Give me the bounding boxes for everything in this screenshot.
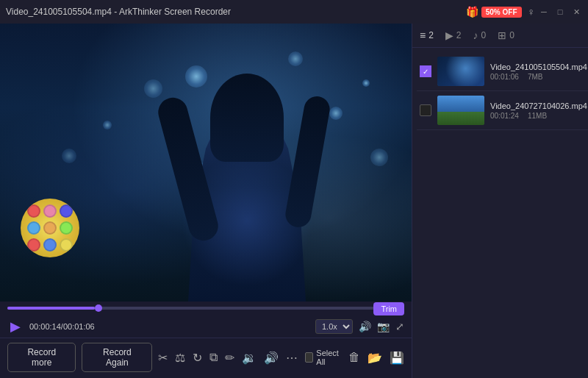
maximize-button[interactable]: □ (554, 6, 566, 18)
item-meta-1: 00:01:06 7MB (490, 73, 587, 81)
item-checkbox-2[interactable] (420, 104, 431, 116)
panel-tabs: ≡ 2 ▶ 2 ♪ 0 ⊞ 0 (412, 24, 588, 48)
play-button[interactable]: ▶ (7, 318, 24, 335)
bell-icon[interactable]: 🎁 (466, 6, 478, 18)
character-figure (144, 66, 350, 302)
pop-bubble (27, 238, 40, 252)
progress-track[interactable] (7, 307, 404, 310)
volume-icon[interactable]: 🔊 (359, 321, 371, 332)
camera-icon[interactable]: 📷 (377, 321, 390, 332)
audio-count: 0 (481, 30, 487, 40)
audio-up-icon[interactable]: 🔊 (264, 351, 279, 365)
trim-button[interactable]: Trim (373, 302, 404, 315)
select-all-area[interactable]: Select All (305, 349, 341, 366)
pop-bubble (43, 204, 57, 218)
image-icon: ⊞ (498, 29, 506, 41)
image-count: 0 (509, 30, 514, 40)
time-display: 00:00:14/00:01:06 (29, 322, 95, 331)
scissors-icon[interactable]: ✂ (158, 351, 168, 365)
progress-bar-area[interactable]: Trim (7, 307, 404, 311)
select-all-label: Select All (316, 349, 341, 366)
thumb-anime (437, 57, 484, 86)
speed-selector[interactable]: 1.0x 0.5x 1.5x 2.0x (315, 319, 353, 334)
list-item[interactable]: ✓ Video_241005105504.mp4 00:01:06 7MB (417, 52, 588, 91)
progress-thumb[interactable] (95, 304, 102, 312)
time-current: 00:00:14 (29, 322, 61, 331)
item-info-1: Video_241005105504.mp4 00:01:06 7MB (490, 63, 587, 81)
time-total: 00:01:06 (63, 322, 95, 331)
right-panel: ≡ 2 ▶ 2 ♪ 0 ⊞ 0 ✓ (412, 24, 588, 378)
folder-open-icon[interactable]: 📂 (368, 351, 382, 365)
progress-fill (7, 307, 95, 310)
item-filename-1: Video_241005105504.mp4 (490, 63, 587, 71)
item-thumbnail-2 (437, 96, 484, 125)
window-title: Video_241005105504.mp4 - ArkThinker Scre… (6, 7, 466, 17)
pop-bubble (43, 238, 57, 252)
loop-icon[interactable]: ↻ (193, 351, 202, 365)
action-bar: Record more Record Again ✂ ⚖ ↻ ⧉ ✏ 🔉 🔊 ⋯… (0, 338, 412, 378)
titlebar: Video_241005105504.mp4 - ArkThinker Scre… (0, 0, 588, 24)
pop-bubble (60, 221, 73, 235)
audio-icon: ♪ (473, 29, 478, 41)
delete-icon[interactable]: 🗑 (348, 351, 360, 364)
thumb-field (437, 96, 484, 125)
window-controls: ─ □ ✕ (538, 6, 582, 18)
tab-image[interactable]: ⊞ 0 (498, 29, 514, 41)
item-checkbox-1[interactable]: ✓ (420, 65, 431, 77)
pop-bubble (27, 204, 40, 218)
video-player[interactable] (0, 24, 412, 302)
record-more-button[interactable]: Record more (7, 343, 76, 372)
tab-list[interactable]: ≡ 2 (420, 29, 434, 41)
pop-toy-overlay (21, 199, 79, 257)
pop-bubble (27, 221, 40, 235)
copy-icon[interactable]: ⧉ (209, 351, 218, 364)
save-icon[interactable]: 💾 (390, 351, 404, 365)
tab-video[interactable]: ▶ 2 (445, 29, 462, 41)
video-area: Trim ▶ 00:00:14/00:01:06 1.0x 0.5x 1.5x … (0, 24, 412, 378)
user-icon[interactable]: ♀ (528, 6, 536, 18)
edit-icon[interactable]: ✏ (225, 351, 234, 365)
item-filename-2: Video_240727104026.mp4 (490, 101, 587, 110)
list-icon: ≡ (420, 29, 426, 41)
item-duration-1: 00:01:06 (490, 73, 519, 81)
list-count: 2 (429, 30, 434, 40)
offer-badge[interactable]: 50% OFF (481, 7, 522, 18)
split-icon[interactable]: ⚖ (175, 351, 185, 365)
more-icon[interactable]: ⋯ (286, 351, 298, 365)
list-item[interactable]: Video_240727104026.mp4 00:01:24 11MB (417, 91, 588, 130)
item-size-2: 11MB (528, 112, 547, 120)
pop-bubble (43, 221, 57, 235)
minimize-button[interactable]: ─ (538, 6, 550, 18)
pop-bubble (60, 204, 73, 218)
item-duration-2: 00:01:24 (490, 112, 519, 120)
item-thumbnail-1 (437, 57, 484, 86)
close-button[interactable]: ✕ (570, 6, 582, 18)
select-all-checkbox[interactable] (305, 352, 313, 363)
controls-row: ▶ 00:00:14/00:01:06 1.0x 0.5x 1.5x 2.0x … (7, 315, 404, 338)
video-count: 2 (456, 30, 462, 40)
item-size-1: 7MB (528, 73, 543, 81)
record-again-button[interactable]: Record Again (82, 343, 152, 372)
video-controls: Trim ▶ 00:00:14/00:01:06 1.0x 0.5x 1.5x … (0, 302, 412, 338)
fullscreen-icon[interactable]: ⤢ (395, 321, 404, 332)
action-tools: ✂ ⚖ ↻ ⧉ ✏ 🔉 🔊 ⋯ Select All 🗑 📂 💾 (158, 349, 404, 366)
main-container: Trim ▶ 00:00:14/00:01:06 1.0x 0.5x 1.5x … (0, 24, 588, 378)
video-icon: ▶ (445, 29, 453, 41)
item-info-2: Video_240727104026.mp4 00:01:24 11MB (490, 101, 587, 120)
item-meta-2: 00:01:24 11MB (490, 112, 587, 120)
panel-list: ✓ Video_241005105504.mp4 00:01:06 7MB (412, 48, 588, 378)
audio-down-icon[interactable]: 🔉 (242, 351, 257, 365)
tab-audio[interactable]: ♪ 0 (473, 29, 487, 41)
